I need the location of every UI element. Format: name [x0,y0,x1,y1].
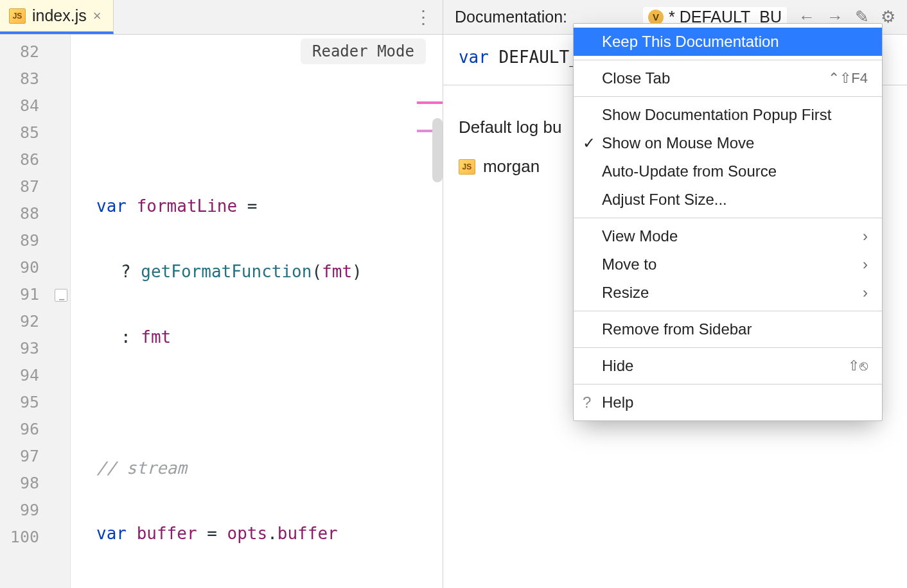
menu-view-mode[interactable]: View Mode› [574,222,882,250]
menu-keep-documentation[interactable]: Keep This Documentation [574,28,882,56]
check-icon: ✓ [583,134,595,152]
line-number: 100 [0,524,70,551]
line-number: 87 [0,173,70,200]
line-number: 88 [0,200,70,227]
chevron-right-icon: › [863,227,868,245]
gear-icon[interactable]: ⚙ [881,7,895,27]
chevron-right-icon: › [863,255,868,273]
line-number: 94 [0,362,70,389]
line-number: 95 [0,389,70,416]
line-number: 93 [0,335,70,362]
js-file-icon [459,159,475,175]
menu-adjust-font-size[interactable]: Adjust Font Size... [574,186,882,214]
menu-move-to[interactable]: Move to› [574,250,882,279]
code-area[interactable]: Reader Mode ✔f var formatLine = ? getFor… [71,35,443,588]
line-number: 89 [0,227,70,254]
variable-icon: V [648,10,664,25]
help-icon: ? [583,393,591,411]
editor-body: 82 83 84 85 86 87 88 89 90 91 92 93 94 9… [0,35,443,588]
js-file-icon [9,8,26,24]
menu-help[interactable]: ?Help [574,388,882,417]
tab-filename: index.js [32,6,87,25]
menu-resize[interactable]: Resize› [574,279,882,307]
tab-more-icon[interactable]: ⋮ [414,0,432,34]
menu-remove-from-sidebar[interactable]: Remove from Sidebar [574,315,882,343]
line-number: 96 [0,416,70,443]
marker-stripe [417,101,443,104]
line-number: 83 [0,65,70,92]
doc-header-label: Documentation: [455,8,567,26]
chevron-right-icon: › [863,284,868,302]
line-number: 84 [0,92,70,119]
editor-panel: index.js × ⋮ 82 83 84 85 86 87 88 89 90 … [0,0,443,588]
menu-show-popup-first[interactable]: Show Documentation Popup First [574,101,882,129]
reader-mode-badge[interactable]: Reader Mode [301,39,426,64]
line-number: 98 [0,470,70,497]
line-number: 82 [0,39,70,65]
editor-tab-indexjs[interactable]: index.js × [0,0,114,34]
scrollbar-thumb[interactable] [432,118,443,182]
menu-close-tab[interactable]: Close Tab⌃⇧F4 [574,64,882,92]
line-number: 97 [0,443,70,470]
menu-hide[interactable]: Hide⇧⎋ [574,352,882,380]
gutter: 82 83 84 85 86 87 88 89 90 91 92 93 94 9… [0,35,71,588]
line-number: 99 [0,497,70,524]
line-number: 86 [0,146,70,173]
line-number[interactable]: 91 [0,281,70,308]
menu-auto-update[interactable]: Auto-Update from Source [574,157,882,186]
line-number: 90 [0,254,70,281]
documentation-context-menu: Keep This Documentation Close Tab⌃⇧F4 Sh… [573,23,883,421]
menu-show-on-mouse-move[interactable]: ✓Show on Mouse Move [574,129,882,157]
close-icon[interactable]: × [93,8,101,24]
line-number: 85 [0,119,70,146]
editor-tabbar: index.js × ⋮ [0,0,443,35]
